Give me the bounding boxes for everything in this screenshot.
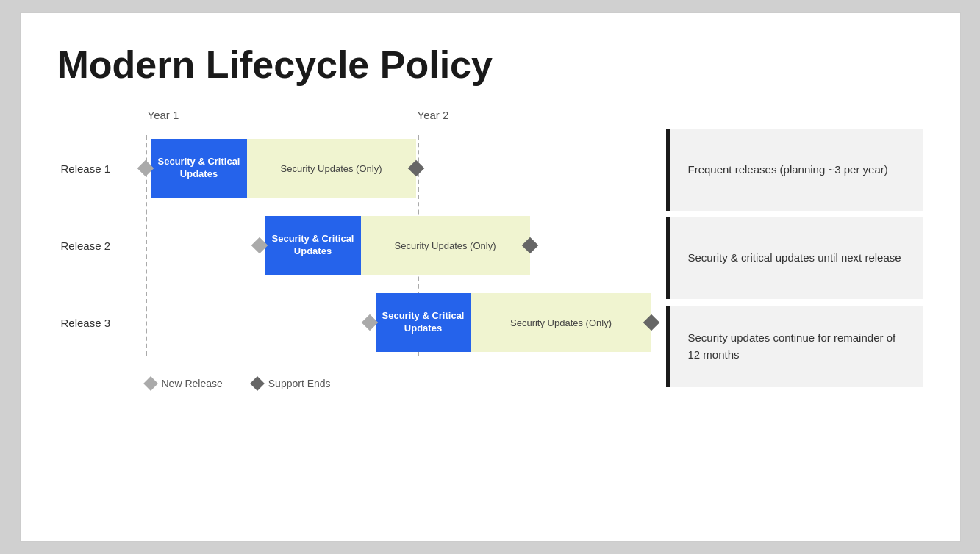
page-title: Modern Lifecycle Policy	[57, 43, 923, 87]
legend-new-release-label: New Release	[162, 378, 223, 389]
release-3-blue-block: Security & Critical Updates	[376, 293, 471, 352]
year-2-label: Year 2	[418, 109, 449, 121]
release-2-label: Release 2	[61, 240, 111, 252]
year-1-label: Year 1	[148, 109, 179, 121]
legend-new-release: New Release	[146, 378, 223, 389]
release-3-yellow-block: Security Updates (Only)	[471, 293, 651, 352]
legend-support-ends: Support Ends	[252, 378, 331, 389]
release-1-yellow-block: Security Updates (Only)	[247, 139, 416, 198]
info-box-2: Security & critical updates until next r…	[666, 217, 923, 301]
legend-support-ends-icon	[250, 376, 265, 391]
timeline-section: Year 1 Year 2 Release 1 Security & Criti…	[57, 109, 651, 389]
info-box-3: Security updates continue for remainder …	[666, 306, 923, 389]
diagram-area: Year 1 Year 2 Release 1 Security & Criti…	[57, 109, 923, 389]
legend: New Release Support Ends	[146, 378, 651, 389]
release-1-row: Release 1 Security & Critical Updates Se…	[146, 135, 651, 201]
year-labels: Year 1 Year 2	[146, 109, 651, 129]
release-3-label: Release 3	[61, 317, 111, 329]
right-panel: Frequent releases (planning ~3 per year)…	[666, 109, 923, 389]
release-2-row: Release 2 Security & Critical Updates Se…	[146, 212, 651, 278]
info-box-3-text: Security updates continue for remainder …	[681, 330, 909, 363]
release-1-blue-block: Security & Critical Updates	[151, 139, 247, 198]
info-box-1-text: Frequent releases (planning ~3 per year)	[681, 162, 888, 179]
legend-new-release-icon	[143, 376, 158, 391]
slide: Modern Lifecycle Policy Year 1 Year 2 Re…	[20, 12, 961, 542]
release-1-label: Release 1	[61, 162, 111, 175]
release-2-blue-block: Security & Critical Updates	[265, 216, 361, 275]
info-box-1: Frequent releases (planning ~3 per year)	[666, 129, 923, 213]
info-box-2-text: Security & critical updates until next r…	[681, 250, 901, 267]
releases-container: Release 1 Security & Critical Updates Se…	[146, 135, 651, 356]
legend-support-ends-label: Support Ends	[268, 378, 331, 389]
release-3-row: Release 3 Security & Critical Updates Se…	[146, 289, 651, 356]
release-2-yellow-block: Security Updates (Only)	[361, 216, 530, 275]
